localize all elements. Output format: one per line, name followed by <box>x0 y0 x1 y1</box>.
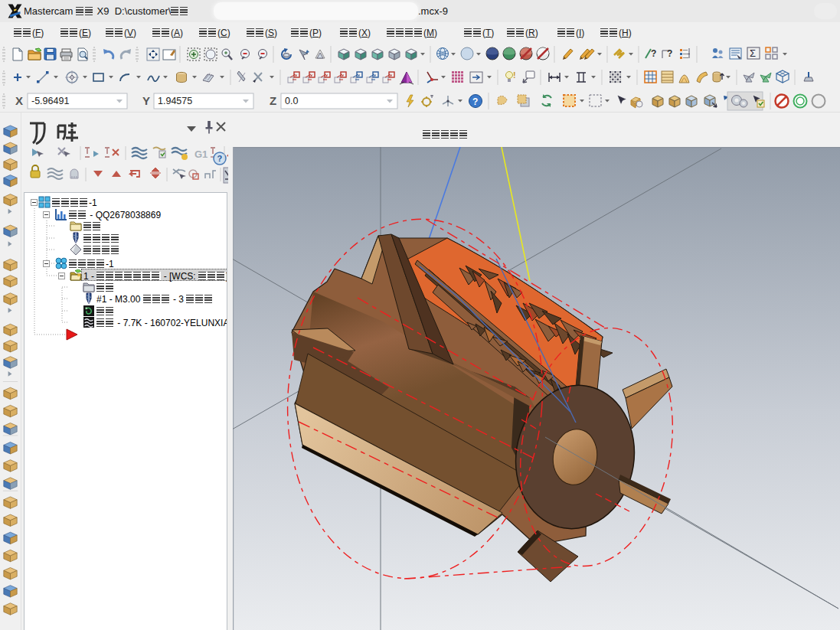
svg-text:0.0: 0.0 <box>285 96 298 106</box>
svg-text:X: X <box>15 94 23 107</box>
svg-text:Y: Y <box>142 94 150 107</box>
svg-text:Z: Z <box>270 94 276 107</box>
svg-text:1.94575: 1.94575 <box>158 96 192 106</box>
svg-text:?: ? <box>472 96 478 107</box>
svg-text:?: ? <box>651 48 656 59</box>
svg-text:G1: G1 <box>194 149 208 160</box>
svg-text:?: ? <box>667 48 672 59</box>
svg-text:!: ! <box>513 70 516 80</box>
svg-text:Σ: Σ <box>750 47 756 59</box>
svg-text:?: ? <box>217 154 223 163</box>
svg-text:-5.96491: -5.96491 <box>31 96 69 106</box>
